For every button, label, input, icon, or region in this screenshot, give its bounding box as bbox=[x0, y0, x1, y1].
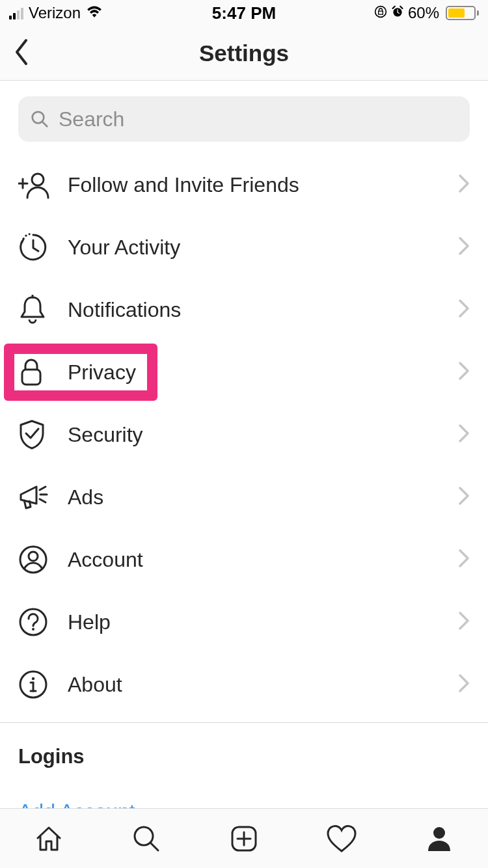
svg-point-18 bbox=[20, 609, 46, 635]
status-bar: Verizon 5:47 PM 60% bbox=[0, 0, 488, 26]
chevron-right-icon bbox=[458, 299, 470, 321]
heart-icon bbox=[325, 824, 358, 854]
row-label: Privacy bbox=[68, 360, 458, 385]
status-right: 60% bbox=[374, 4, 479, 22]
lock-rotation-icon bbox=[374, 4, 387, 22]
carrier-label: Verizon bbox=[29, 4, 81, 22]
tab-home[interactable] bbox=[0, 809, 98, 868]
chevron-right-icon bbox=[458, 673, 470, 696]
row-label: Help bbox=[68, 610, 458, 634]
svg-point-0 bbox=[375, 7, 386, 18]
wifi-icon bbox=[86, 4, 103, 22]
row-label: About bbox=[68, 673, 458, 697]
chevron-right-icon bbox=[458, 549, 470, 571]
svg-point-7 bbox=[21, 241, 23, 243]
svg-point-4 bbox=[32, 174, 44, 185]
signal-bars-icon bbox=[9, 7, 23, 20]
profile-icon bbox=[424, 824, 454, 854]
shield-check-icon bbox=[18, 419, 68, 450]
svg-point-8 bbox=[23, 237, 25, 239]
chevron-right-icon bbox=[458, 361, 470, 383]
user-circle-icon bbox=[18, 545, 68, 575]
info-icon bbox=[18, 670, 68, 699]
svg-point-21 bbox=[32, 677, 34, 680]
chevron-right-icon bbox=[458, 236, 470, 258]
row-follow-invite[interactable]: Follow and Invite Friends bbox=[18, 154, 470, 216]
row-privacy[interactable]: Privacy bbox=[18, 341, 470, 403]
megaphone-icon bbox=[18, 483, 68, 511]
tab-profile[interactable] bbox=[390, 809, 488, 868]
svg-point-19 bbox=[32, 628, 34, 631]
battery-percent: 60% bbox=[408, 4, 439, 22]
tab-activity[interactable] bbox=[293, 809, 390, 868]
row-label: Follow and Invite Friends bbox=[68, 173, 458, 197]
svg-point-25 bbox=[135, 827, 153, 845]
clock-icon bbox=[18, 232, 68, 262]
search-input[interactable] bbox=[59, 107, 458, 131]
plus-square-icon bbox=[229, 824, 259, 854]
lock-icon bbox=[18, 357, 68, 387]
alarm-icon bbox=[391, 4, 404, 22]
tab-search[interactable] bbox=[98, 809, 195, 868]
svg-line-3 bbox=[42, 122, 47, 126]
row-account[interactable]: Account bbox=[18, 528, 470, 591]
battery-icon bbox=[443, 6, 479, 20]
svg-point-10 bbox=[29, 233, 31, 235]
status-left: Verizon bbox=[9, 4, 103, 22]
row-notifications[interactable]: Notifications bbox=[18, 278, 470, 341]
search-icon bbox=[131, 824, 161, 854]
row-help[interactable]: Help bbox=[18, 591, 470, 653]
row-about[interactable]: About bbox=[18, 653, 470, 716]
row-label: Account bbox=[68, 548, 458, 572]
svg-line-15 bbox=[40, 499, 46, 502]
section-title-logins: Logins bbox=[18, 745, 470, 768]
help-circle-icon bbox=[18, 607, 68, 637]
chevron-right-icon bbox=[458, 174, 470, 196]
search-container bbox=[18, 96, 470, 142]
row-label: Your Activity bbox=[68, 236, 458, 260]
divider bbox=[0, 722, 488, 723]
nav-header: Settings bbox=[0, 26, 488, 81]
back-button[interactable] bbox=[13, 38, 30, 69]
row-ads[interactable]: Ads bbox=[18, 466, 470, 528]
row-label: Security bbox=[68, 423, 458, 447]
chevron-right-icon bbox=[458, 486, 470, 508]
row-security[interactable]: Security bbox=[18, 403, 470, 466]
svg-line-14 bbox=[40, 487, 46, 490]
settings-content: Follow and Invite Friends Your Activity bbox=[0, 96, 488, 824]
chevron-right-icon bbox=[458, 611, 470, 633]
tab-bar bbox=[0, 808, 488, 868]
svg-point-30 bbox=[433, 827, 445, 839]
svg-point-9 bbox=[25, 235, 27, 237]
svg-point-17 bbox=[29, 552, 38, 561]
tab-create[interactable] bbox=[195, 809, 293, 868]
row-your-activity[interactable]: Your Activity bbox=[18, 216, 470, 278]
svg-line-26 bbox=[151, 843, 158, 850]
row-label: Ads bbox=[68, 485, 458, 509]
search-field[interactable] bbox=[18, 96, 470, 142]
search-icon bbox=[30, 109, 49, 129]
home-icon bbox=[34, 824, 64, 854]
bell-icon bbox=[18, 295, 68, 325]
page-title: Settings bbox=[199, 40, 289, 66]
row-label: Notifications bbox=[68, 298, 458, 322]
chevron-right-icon bbox=[458, 424, 470, 446]
svg-rect-12 bbox=[22, 370, 40, 385]
status-time: 5:47 PM bbox=[212, 3, 276, 23]
add-user-icon bbox=[18, 170, 68, 199]
